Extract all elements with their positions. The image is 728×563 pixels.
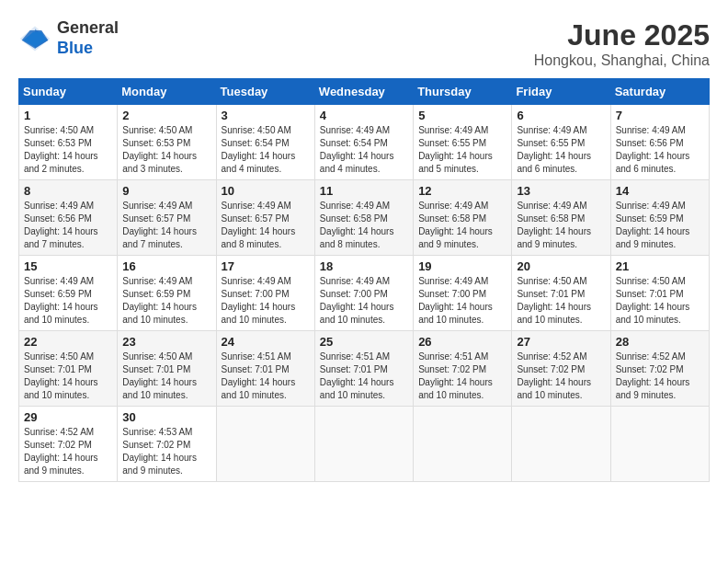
logo-general-text: General: [57, 18, 119, 37]
day-details: Sunrise: 4:49 AM Sunset: 6:58 PM Dayligh…: [418, 200, 506, 251]
calendar-cell: [610, 407, 709, 482]
day-number: 6: [517, 109, 605, 122]
day-details: Sunrise: 4:49 AM Sunset: 6:58 PM Dayligh…: [320, 200, 408, 251]
calendar-cell: 24Sunrise: 4:51 AM Sunset: 7:01 PM Dayli…: [216, 331, 314, 407]
header-thursday: Thursday: [414, 79, 512, 105]
day-details: Sunrise: 4:50 AM Sunset: 6:53 PM Dayligh…: [24, 124, 112, 176]
day-details: Sunrise: 4:49 AM Sunset: 6:56 PM Dayligh…: [616, 124, 704, 176]
day-details: Sunrise: 4:49 AM Sunset: 7:00 PM Dayligh…: [320, 275, 408, 327]
day-number: 25: [320, 335, 408, 349]
main-title: June 2025: [534, 18, 710, 52]
calendar-cell: 6Sunrise: 4:49 AM Sunset: 6:55 PM Daylig…: [512, 105, 610, 180]
header-friday: Friday: [512, 79, 610, 105]
calendar-cell: 9Sunrise: 4:49 AM Sunset: 6:57 PM Daylig…: [118, 180, 216, 256]
header-wednesday: Wednesday: [314, 79, 413, 105]
calendar-cell: 28Sunrise: 4:52 AM Sunset: 7:02 PM Dayli…: [610, 331, 709, 407]
day-details: Sunrise: 4:50 AM Sunset: 6:53 PM Dayligh…: [122, 124, 210, 176]
calendar-cell: 4Sunrise: 4:49 AM Sunset: 6:54 PM Daylig…: [314, 105, 413, 180]
calendar-cell: 1Sunrise: 4:50 AM Sunset: 6:53 PM Daylig…: [19, 105, 118, 180]
header: General Blue June 2025 Hongkou, Shanghai…: [18, 18, 710, 69]
day-number: 3: [222, 109, 310, 122]
calendar-cell: 8Sunrise: 4:49 AM Sunset: 6:56 PM Daylig…: [19, 180, 118, 256]
calendar-cell: 17Sunrise: 4:49 AM Sunset: 7:00 PM Dayli…: [216, 256, 314, 331]
day-number: 2: [122, 109, 210, 122]
day-number: 23: [122, 335, 210, 349]
day-number: 27: [517, 335, 605, 349]
calendar-cell: 14Sunrise: 4:49 AM Sunset: 6:59 PM Dayli…: [610, 180, 709, 256]
day-details: Sunrise: 4:49 AM Sunset: 7:00 PM Dayligh…: [222, 275, 310, 327]
calendar-cell: 21Sunrise: 4:50 AM Sunset: 7:01 PM Dayli…: [610, 256, 709, 331]
day-details: Sunrise: 4:50 AM Sunset: 7:01 PM Dayligh…: [616, 275, 704, 327]
day-number: 28: [616, 335, 704, 349]
calendar-cell: 11Sunrise: 4:49 AM Sunset: 6:58 PM Dayli…: [314, 180, 413, 256]
day-details: Sunrise: 4:49 AM Sunset: 6:59 PM Dayligh…: [122, 275, 210, 327]
week-row-1: 1Sunrise: 4:50 AM Sunset: 6:53 PM Daylig…: [19, 105, 710, 180]
day-number: 30: [122, 410, 210, 424]
week-row-4: 22Sunrise: 4:50 AM Sunset: 7:01 PM Dayli…: [19, 331, 710, 407]
day-number: 5: [418, 109, 506, 122]
calendar-cell: 30Sunrise: 4:53 AM Sunset: 7:02 PM Dayli…: [118, 407, 216, 482]
day-number: 9: [122, 184, 210, 198]
header-saturday: Saturday: [610, 79, 709, 105]
day-details: Sunrise: 4:51 AM Sunset: 7:01 PM Dayligh…: [222, 350, 310, 402]
logo-icon: [18, 22, 51, 55]
calendar-cell: 22Sunrise: 4:50 AM Sunset: 7:01 PM Dayli…: [19, 331, 118, 407]
day-number: 26: [418, 335, 506, 349]
calendar-cell: 20Sunrise: 4:50 AM Sunset: 7:01 PM Dayli…: [512, 256, 610, 331]
calendar-cell: 7Sunrise: 4:49 AM Sunset: 6:56 PM Daylig…: [610, 105, 709, 180]
day-details: Sunrise: 4:49 AM Sunset: 6:55 PM Dayligh…: [517, 124, 605, 176]
day-number: 15: [24, 259, 112, 273]
day-details: Sunrise: 4:49 AM Sunset: 6:57 PM Dayligh…: [122, 200, 210, 251]
day-number: 24: [222, 335, 310, 349]
day-details: Sunrise: 4:49 AM Sunset: 6:58 PM Dayligh…: [517, 200, 605, 251]
day-number: 21: [616, 259, 704, 273]
day-details: Sunrise: 4:50 AM Sunset: 7:01 PM Dayligh…: [122, 350, 210, 402]
calendar-cell: 26Sunrise: 4:51 AM Sunset: 7:02 PM Dayli…: [414, 331, 512, 407]
day-details: Sunrise: 4:50 AM Sunset: 7:01 PM Dayligh…: [517, 275, 605, 327]
calendar-cell: 12Sunrise: 4:49 AM Sunset: 6:58 PM Dayli…: [414, 180, 512, 256]
day-number: 17: [222, 259, 310, 273]
week-row-2: 8Sunrise: 4:49 AM Sunset: 6:56 PM Daylig…: [19, 180, 710, 256]
day-number: 7: [616, 109, 704, 122]
calendar-table: SundayMondayTuesdayWednesdayThursdayFrid…: [18, 78, 710, 482]
header-sunday: Sunday: [19, 79, 118, 105]
day-number: 12: [418, 184, 506, 198]
day-details: Sunrise: 4:52 AM Sunset: 7:02 PM Dayligh…: [517, 350, 605, 402]
day-number: 10: [222, 184, 310, 198]
day-number: 19: [418, 259, 506, 273]
day-number: 16: [122, 259, 210, 273]
day-number: 29: [24, 410, 112, 424]
day-details: Sunrise: 4:49 AM Sunset: 6:57 PM Dayligh…: [222, 200, 310, 251]
day-details: Sunrise: 4:49 AM Sunset: 6:56 PM Dayligh…: [24, 200, 112, 251]
calendar-cell: 23Sunrise: 4:50 AM Sunset: 7:01 PM Dayli…: [118, 331, 216, 407]
day-number: 1: [24, 109, 112, 122]
calendar-cell: 27Sunrise: 4:52 AM Sunset: 7:02 PM Dayli…: [512, 331, 610, 407]
calendar-header-row: SundayMondayTuesdayWednesdayThursdayFrid…: [19, 79, 710, 105]
week-row-5: 29Sunrise: 4:52 AM Sunset: 7:02 PM Dayli…: [19, 407, 710, 482]
calendar-cell: 15Sunrise: 4:49 AM Sunset: 6:59 PM Dayli…: [19, 256, 118, 331]
calendar-cell: 25Sunrise: 4:51 AM Sunset: 7:01 PM Dayli…: [314, 331, 413, 407]
header-monday: Monday: [118, 79, 216, 105]
day-details: Sunrise: 4:53 AM Sunset: 7:02 PM Dayligh…: [122, 426, 210, 477]
day-details: Sunrise: 4:50 AM Sunset: 6:54 PM Dayligh…: [222, 124, 310, 176]
day-number: 22: [24, 335, 112, 349]
day-details: Sunrise: 4:49 AM Sunset: 6:59 PM Dayligh…: [616, 200, 704, 251]
header-tuesday: Tuesday: [216, 79, 314, 105]
week-row-3: 15Sunrise: 4:49 AM Sunset: 6:59 PM Dayli…: [19, 256, 710, 331]
calendar-cell: [216, 407, 314, 482]
day-details: Sunrise: 4:51 AM Sunset: 7:01 PM Dayligh…: [320, 350, 408, 402]
day-details: Sunrise: 4:52 AM Sunset: 7:02 PM Dayligh…: [24, 426, 112, 477]
day-details: Sunrise: 4:52 AM Sunset: 7:02 PM Dayligh…: [616, 350, 704, 402]
logo-blue-text: Blue: [57, 39, 93, 57]
calendar-cell: 3Sunrise: 4:50 AM Sunset: 6:54 PM Daylig…: [216, 105, 314, 180]
day-number: 18: [320, 259, 408, 273]
calendar-cell: 5Sunrise: 4:49 AM Sunset: 6:55 PM Daylig…: [414, 105, 512, 180]
calendar-cell: [414, 407, 512, 482]
day-details: Sunrise: 4:49 AM Sunset: 6:54 PM Dayligh…: [320, 124, 408, 176]
day-details: Sunrise: 4:50 AM Sunset: 7:01 PM Dayligh…: [24, 350, 112, 402]
calendar-cell: 16Sunrise: 4:49 AM Sunset: 6:59 PM Dayli…: [118, 256, 216, 331]
day-number: 14: [616, 184, 704, 198]
calendar-cell: 29Sunrise: 4:52 AM Sunset: 7:02 PM Dayli…: [19, 407, 118, 482]
day-details: Sunrise: 4:49 AM Sunset: 7:00 PM Dayligh…: [418, 275, 506, 327]
calendar-cell: 2Sunrise: 4:50 AM Sunset: 6:53 PM Daylig…: [118, 105, 216, 180]
